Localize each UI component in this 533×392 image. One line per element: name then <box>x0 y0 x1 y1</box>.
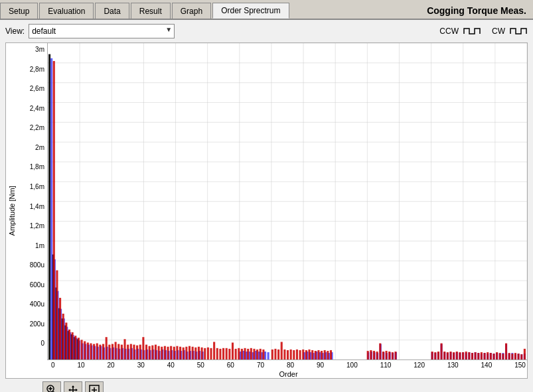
svg-rect-181 <box>139 345 141 360</box>
x-tick-50: 50 <box>197 361 204 369</box>
y-tick-800u: 800u <box>21 261 44 269</box>
svg-rect-203 <box>207 348 209 360</box>
y-tick-200u: 200u <box>21 320 44 328</box>
svg-rect-165 <box>90 344 92 360</box>
svg-rect-267 <box>477 353 479 359</box>
tab-bar: Setup Evaluation Data Result Graph Order… <box>0 0 533 20</box>
svg-rect-205 <box>213 342 215 359</box>
svg-rect-257 <box>447 352 449 359</box>
y-tick-22m: 2,2m <box>21 124 44 131</box>
svg-rect-226 <box>283 350 285 360</box>
y-tick-12m: 1,2m <box>21 222 44 229</box>
svg-rect-192 <box>173 347 175 360</box>
svg-rect-230 <box>296 350 298 360</box>
svg-rect-215 <box>244 348 246 360</box>
svg-rect-171 <box>108 345 110 360</box>
svg-rect-282 <box>524 349 526 360</box>
svg-rect-199 <box>194 348 196 360</box>
x-tick-120: 120 <box>414 361 425 369</box>
svg-rect-248 <box>385 351 387 359</box>
svg-rect-211 <box>232 343 234 360</box>
svg-rect-260 <box>456 352 458 359</box>
svg-rect-223 <box>274 349 276 360</box>
svg-rect-274 <box>499 353 501 359</box>
app-title: Cogging Torque Meas. <box>427 5 533 19</box>
x-tick-20: 20 <box>108 361 115 369</box>
y-tick-28m: 2,8m <box>21 66 44 73</box>
svg-rect-208 <box>222 348 224 360</box>
svg-rect-188 <box>161 347 163 360</box>
x-tick-30: 30 <box>137 361 145 369</box>
svg-rect-228 <box>290 350 292 360</box>
svg-rect-255 <box>441 344 443 360</box>
svg-rect-237 <box>317 350 319 360</box>
cw-label: CW <box>492 27 505 36</box>
y-ticks: 3m 2,8m 2,6m 2,4m 2,2m 2m 1,8m 1,6m 1,4m… <box>18 43 47 360</box>
view-row: View: default CCW CW <box>5 24 528 38</box>
ccw-item: CCW <box>439 26 481 36</box>
svg-rect-252 <box>431 352 433 359</box>
svg-rect-202 <box>204 348 206 360</box>
svg-rect-240 <box>327 351 329 359</box>
ccw-pulse-icon <box>463 26 481 36</box>
svg-rect-234 <box>308 350 310 360</box>
x-axis-label: Order <box>50 370 527 378</box>
svg-marker-292 <box>76 389 78 391</box>
svg-rect-168 <box>99 345 101 360</box>
svg-rect-220 <box>260 349 262 360</box>
tab-setup[interactable]: Setup <box>0 3 38 19</box>
reset-button[interactable] <box>85 381 104 392</box>
svg-rect-189 <box>164 346 166 360</box>
svg-rect-225 <box>281 342 283 359</box>
chart-top: 3m 2,8m 2,6m 2,4m 2,2m 2m 1,8m 1,6m 1,4m… <box>18 43 527 360</box>
ccw-label: CCW <box>439 27 459 36</box>
tab-data[interactable]: Data <box>95 3 129 19</box>
y-tick-18m: 1,8m <box>21 163 44 170</box>
svg-rect-195 <box>183 348 185 360</box>
svg-rect-269 <box>484 353 486 359</box>
pan-button[interactable] <box>64 381 82 392</box>
svg-rect-246 <box>379 344 381 360</box>
y-tick-26m: 2,6m <box>21 85 44 92</box>
plot-svg <box>48 43 527 359</box>
svg-rect-177 <box>127 345 129 360</box>
svg-rect-241 <box>330 350 332 360</box>
x-tick-80: 80 <box>287 361 294 369</box>
svg-rect-167 <box>96 344 98 360</box>
x-tick-10: 10 <box>78 361 85 369</box>
tab-evaluation[interactable]: Evaluation <box>39 3 94 19</box>
svg-rect-209 <box>226 348 228 360</box>
svg-rect-172 <box>112 344 114 360</box>
y-tick-2m: 2m <box>21 144 44 151</box>
svg-rect-261 <box>459 352 461 359</box>
svg-rect-42 <box>50 58 52 360</box>
svg-rect-158 <box>68 330 70 360</box>
x-tick-40: 40 <box>167 361 175 369</box>
svg-rect-162 <box>81 340 83 359</box>
svg-rect-166 <box>93 344 95 360</box>
y-tick-400u: 400u <box>21 300 44 308</box>
svg-rect-164 <box>87 343 89 360</box>
svg-rect-271 <box>490 353 492 359</box>
tab-graph[interactable]: Graph <box>172 3 211 19</box>
view-select[interactable]: default <box>29 24 175 38</box>
svg-rect-187 <box>158 346 160 360</box>
y-tick-1m: 1m <box>21 242 44 249</box>
svg-rect-265 <box>471 353 473 359</box>
tab-order-spectrum[interactable]: Order Sprectrum <box>212 3 289 19</box>
svg-rect-153 <box>53 61 55 359</box>
bottom-toolbar <box>5 379 528 392</box>
svg-rect-186 <box>155 345 157 360</box>
svg-rect-266 <box>475 352 477 359</box>
svg-rect-222 <box>271 350 273 360</box>
svg-rect-264 <box>468 352 470 359</box>
content-area: View: default CCW CW <box>0 20 533 392</box>
svg-rect-259 <box>453 352 455 359</box>
svg-rect-280 <box>518 354 520 359</box>
zoom-button[interactable] <box>42 381 61 392</box>
tab-result[interactable]: Result <box>131 3 171 19</box>
svg-rect-191 <box>170 346 172 360</box>
x-tick-0: 0 <box>51 361 55 369</box>
svg-rect-242 <box>367 351 369 359</box>
svg-rect-272 <box>493 354 495 359</box>
